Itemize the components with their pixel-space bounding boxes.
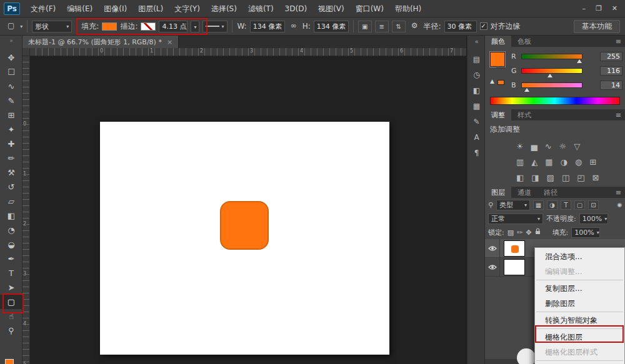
menu-item-layer[interactable]: 图层(L)	[132, 0, 169, 17]
menu-item-file[interactable]: 文件(F)	[25, 0, 61, 17]
adj-icon-hue-saturation[interactable]: ▥	[516, 157, 524, 167]
collapse-panels-icon[interactable]: «	[468, 38, 486, 45]
adj-icon-photo-filter[interactable]: ◑	[561, 157, 568, 167]
menu-item-image[interactable]: 图像(I)	[98, 0, 132, 17]
slider-thumb[interactable]	[548, 74, 552, 77]
adj-icon-posterize[interactable]: ◨	[531, 173, 539, 182]
search-icon[interactable]: ⚲	[488, 201, 493, 209]
toolbox-grip-icon[interactable]: »	[0, 37, 22, 44]
tool-dodge[interactable]: ◒	[0, 237, 22, 252]
green-value-field[interactable]: 116	[600, 66, 622, 76]
layer-thumbnail[interactable]	[504, 259, 525, 275]
tool-blur[interactable]: ◔	[0, 223, 22, 237]
slider-thumb[interactable]	[524, 88, 529, 92]
tool-crop[interactable]: ⊞	[0, 108, 22, 122]
panel-menu-icon[interactable]: ≡	[616, 111, 621, 119]
lock-transparency-icon[interactable]: ▨	[508, 229, 514, 237]
panel-icon-history[interactable]: ◷	[468, 67, 486, 83]
document-tab[interactable]: 未标题-1 @ 66.7% (圆角矩形 1, RGB/8) * ×	[22, 36, 179, 48]
panel-icon-properties[interactable]: ◧	[468, 83, 486, 99]
context-menu-item-blending-options[interactable]: 混合选项...	[535, 249, 624, 264]
restore-icon[interactable]: ❐	[596, 4, 602, 12]
red-slider[interactable]	[521, 54, 582, 59]
adj-icon-extra[interactable]: ⊠	[592, 173, 599, 182]
radius-field[interactable]: 30 像素	[444, 21, 477, 32]
filter-smart-objects-icon[interactable]: ⊡	[588, 200, 599, 210]
tab-adjustments[interactable]: 调整	[485, 109, 511, 121]
tool-clone-stamp[interactable]: ⚒	[0, 165, 22, 180]
context-menu-item-duplicate-layer[interactable]: 复制图层...	[535, 281, 624, 296]
filter-pixel-layers-icon[interactable]: ▦	[533, 200, 544, 210]
path-operations-button[interactable]: ▣	[358, 21, 372, 32]
foreground-color-preview[interactable]	[490, 52, 505, 67]
panel-icon-paragraph[interactable]: ¶	[468, 145, 486, 161]
menu-item-select[interactable]: 选择(S)	[206, 0, 242, 17]
gamut-warning-icon[interactable]: ▲	[490, 78, 494, 84]
tool-eraser[interactable]: ▱	[0, 194, 22, 209]
adj-icon-threshold[interactable]: ▨	[547, 173, 554, 182]
tab-layers[interactable]: 图层	[485, 187, 511, 198]
gear-icon[interactable]: ⚙	[409, 20, 421, 33]
workspace-switcher-button[interactable]: 基本功能	[574, 20, 620, 33]
adj-icon-vibrance[interactable]: ▽	[574, 142, 580, 151]
lock-all-icon[interactable]	[535, 228, 541, 237]
tab-channels[interactable]: 通道	[511, 187, 538, 198]
tool-brush[interactable]: ✏	[0, 151, 22, 165]
adj-icon-color-balance[interactable]: ◭	[531, 157, 538, 167]
lock-position-icon[interactable]: ✥	[526, 229, 531, 237]
fill-opacity-field[interactable]: 100%▾	[571, 227, 600, 238]
blend-mode-select[interactable]: 正常▾	[488, 214, 543, 224]
menu-item-window[interactable]: 窗口(W)	[350, 0, 389, 17]
height-field[interactable]: 134 像素	[314, 21, 349, 32]
adj-icon-channel-mixer[interactable]: ◍	[575, 157, 582, 167]
adj-icon-levels[interactable]: ▅	[531, 142, 538, 151]
adj-icon-invert[interactable]: ◧	[516, 173, 524, 182]
width-field[interactable]: 134 像素	[250, 21, 285, 32]
tab-paths[interactable]: 路径	[538, 187, 564, 198]
color-spectrum-ramp[interactable]	[490, 97, 620, 105]
layer-visibility-eye-icon[interactable]	[485, 258, 500, 277]
filter-toggle-icon[interactable]: ◉	[617, 202, 622, 208]
tool-quick-selection[interactable]: ✎	[0, 94, 22, 108]
filter-type-select[interactable]: 类型▾	[496, 200, 530, 210]
adj-icon-exposure[interactable]: ☼	[559, 142, 567, 151]
tool-preset-caret-icon[interactable]: ▾	[20, 24, 22, 29]
minimize-icon[interactable]: –	[582, 4, 586, 12]
gamut-color-chip[interactable]	[498, 80, 504, 85]
lock-pixels-icon[interactable]: ✏	[517, 229, 522, 237]
rounded-rectangle-shape[interactable]	[220, 201, 269, 250]
menu-item-filter[interactable]: 滤镜(T)	[242, 0, 279, 17]
path-alignment-button[interactable]: ≣	[375, 21, 389, 32]
close-icon[interactable]: ✕	[612, 4, 618, 12]
panel-menu-icon[interactable]: ≡	[616, 37, 621, 46]
layer-thumbnail[interactable]	[504, 240, 525, 257]
panel-icon-character[interactable]: A	[468, 130, 486, 145]
red-value-field[interactable]: 255	[600, 52, 622, 61]
tool-healing-brush[interactable]: ✚	[0, 137, 22, 151]
path-arrangement-button[interactable]: ⇅	[392, 21, 406, 32]
blue-slider[interactable]	[521, 82, 582, 88]
panel-icon-swatches[interactable]: ▦	[468, 99, 486, 114]
filter-shape-layers-icon[interactable]: ▢	[574, 200, 585, 210]
tool-type[interactable]: T	[0, 266, 22, 280]
adj-icon-selective-color[interactable]: ◰	[577, 173, 584, 182]
menu-item-type[interactable]: 文字(Y)	[169, 0, 206, 17]
tool-marquee[interactable]: ☐	[0, 65, 22, 79]
panel-icon-info[interactable]: ▤	[468, 52, 486, 67]
tool-lasso[interactable]: ∿	[0, 79, 22, 94]
context-menu-item-enable-layer-mask[interactable]: 启用图层蒙版	[535, 362, 624, 364]
align-edges-checkbox[interactable]: ✓	[480, 22, 488, 30]
tool-eyedropper[interactable]: ✦	[0, 122, 22, 137]
menu-item-edit[interactable]: 编辑(E)	[61, 0, 98, 17]
tool-mode-select[interactable]: 形状▾	[32, 21, 72, 32]
filter-adjustment-layers-icon[interactable]: ◑	[547, 200, 558, 210]
opacity-field[interactable]: 100%▾	[579, 214, 608, 224]
document-canvas[interactable]	[100, 122, 389, 355]
foreground-color-swatch[interactable]	[5, 359, 14, 364]
panel-icon-notes[interactable]: ✎	[468, 114, 486, 130]
tab-styles[interactable]: 样式	[511, 109, 538, 121]
adj-icon-gradient-map[interactable]: ◫	[562, 173, 569, 182]
adj-icon-black-white[interactable]: ▦	[545, 157, 552, 167]
tab-close-icon[interactable]: ×	[167, 38, 172, 46]
menu-item-3d[interactable]: 3D(D)	[279, 0, 312, 17]
